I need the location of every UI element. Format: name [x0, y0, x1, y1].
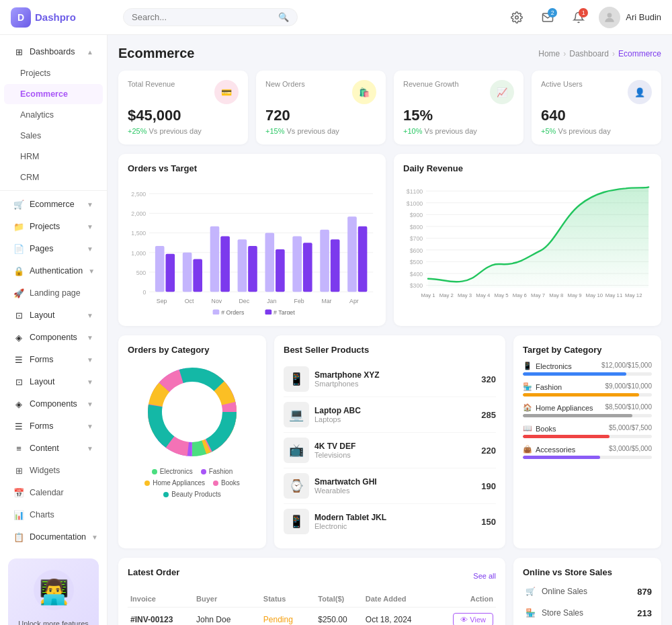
svg-text:500: 500 — [136, 269, 146, 276]
sidebar-layout2-group[interactable]: ⊡ Layout ▼ — [4, 371, 103, 392]
search-bar[interactable]: 🔍 — [123, 8, 298, 26]
svg-text:Sep: Sep — [157, 298, 167, 304]
sidebar-content-group[interactable]: ≡ Content ▼ — [4, 438, 103, 459]
sidebar-item-landing[interactable]: 🚀 Landing page — [4, 282, 103, 304]
col-buyer: Buyer — [194, 591, 261, 608]
svg-rect-21 — [220, 236, 230, 292]
orders-table-card: Latest Order See all Invoice Buyer Statu… — [118, 558, 505, 625]
settings-button[interactable] — [506, 7, 528, 28]
sidebar-components2-group[interactable]: ◈ Components ▼ — [4, 393, 103, 415]
view-button-0[interactable]: 👁 View — [453, 613, 493, 625]
product-img-4: 📱 — [284, 509, 309, 534]
product-info-3: Smartwatch GHI Wearables — [314, 477, 476, 495]
mail-button[interactable]: 2 — [537, 7, 558, 28]
col-invoice: Invoice — [128, 591, 194, 608]
promo-image: 👨‍💻 — [30, 567, 77, 614]
widgets-icon: ⊞ — [13, 465, 24, 476]
product-row-2: 📺 4K TV DEF Televisions 220 — [284, 433, 496, 468]
sidebar-forms2-group[interactable]: ☰ Forms ▼ — [4, 415, 103, 437]
product-info-0: Smartphone XYZ Smartphones — [314, 370, 476, 388]
line-chart-svg: $1100 $1000 $900 $800 $700 $600 $500 $40… — [403, 180, 652, 315]
sidebar-projects-group[interactable]: 📁 Projects ▼ — [4, 216, 103, 237]
sidebar-dashboards-group[interactable]: ⊞ Dashboards ▲ — [4, 41, 103, 62]
svg-text:Mar: Mar — [321, 298, 331, 304]
product-count-1: 285 — [481, 410, 496, 420]
product-info-4: Modern Tablet JKL Electronic — [314, 513, 476, 530]
orders-chart-title: Orders vs Target — [128, 163, 376, 173]
svg-text:May 11: May 11 — [605, 292, 622, 298]
mail-badge: 2 — [548, 8, 557, 17]
sidebar-item-ecommerce[interactable]: Ecommerce — [4, 84, 103, 104]
svg-text:$300: $300 — [410, 282, 423, 289]
sidebar-forms-group[interactable]: ☰ Forms ▼ — [4, 349, 103, 370]
breadcrumb-current: Ecommerce — [618, 49, 661, 58]
sidebar-widgets-label: Widgets — [30, 466, 93, 475]
stats-grid: Total Revenue 💳 $45,000 +25% Vs previous… — [118, 71, 661, 144]
ecommerce-group-icon: 🛒 — [13, 199, 24, 210]
target-row-4: 👜 Accessories $3,000/$5,000 — [523, 445, 652, 459]
search-input[interactable] — [132, 12, 274, 22]
user-profile[interactable]: Ari Budin — [599, 7, 661, 28]
svg-text:0: 0 — [142, 289, 146, 296]
svg-text:$1000: $1000 — [407, 200, 423, 207]
sidebar-layout-group[interactable]: ⊡ Layout ▼ — [4, 304, 103, 326]
sidebar-documentation-group[interactable]: 📋 Documentation ▼ — [4, 526, 103, 548]
see-all-button[interactable]: See all — [473, 572, 496, 580]
daily-revenue-chart: Daily Revenue $1100 $1000 $900 $800 $700… — [394, 154, 661, 326]
sidebar-item-widgets[interactable]: ⊞ Widgets — [4, 460, 103, 481]
sidebar-components-group[interactable]: ◈ Components ▼ — [4, 327, 103, 348]
product-name-4: Modern Tablet JKL — [314, 513, 476, 522]
online-sales-count: 879 — [637, 587, 652, 597]
bell-button[interactable]: 1 — [568, 7, 589, 28]
product-img-1: 💻 — [284, 402, 309, 427]
sidebar-item-charts[interactable]: 📊 Charts — [4, 504, 103, 526]
charts-row: Orders vs Target 2,500 2,000 1,500 1,000… — [118, 154, 661, 326]
sidebar-sales-label: Sales — [20, 131, 93, 140]
col-action: Action — [433, 591, 496, 608]
target-category-card: Target by Category 📱 Electronics $12,000… — [513, 335, 661, 548]
stat-orders-value: 720 — [265, 107, 376, 124]
store-sales-count: 213 — [637, 608, 652, 618]
sidebar-authentication-group[interactable]: 🔒 Authentication ▼ — [4, 260, 103, 282]
sidebar-item-crm[interactable]: CRM — [4, 167, 103, 188]
sidebar-calendar-label: Calendar — [30, 488, 93, 497]
sidebar-item-analytics[interactable]: Analytics — [4, 105, 103, 125]
components2-icon: ◈ — [13, 399, 24, 409]
sidebar-item-projects[interactable]: Projects — [4, 63, 103, 83]
online-sales-row: 🛒 Online Sales 879 — [523, 584, 652, 599]
stat-orders-title: New Orders — [265, 80, 305, 88]
product-name-3: Smartwatch GHI — [314, 477, 476, 487]
calendar-icon: 📅 — [13, 487, 24, 498]
stat-growth-icon-wrap: 📈 — [490, 80, 514, 104]
svg-text:# Target: # Target — [274, 309, 295, 315]
svg-rect-25 — [276, 249, 285, 292]
stat-orders-change: +15% Vs previous day — [265, 127, 376, 135]
donut-chart-title: Orders by Category — [128, 345, 257, 355]
sidebar-item-calendar[interactable]: 📅 Calendar — [4, 482, 103, 503]
promo-card: 👨‍💻 Unlock more features and premium con… — [8, 558, 99, 625]
breadcrumb: Home › Dashboard › Ecommerce — [538, 49, 661, 58]
sidebar-pages-group[interactable]: 📄 Pages ▼ — [4, 238, 103, 259]
stat-revenue-value: $45,000 — [128, 107, 239, 124]
sidebar-item-hrm[interactable]: HRM — [4, 147, 103, 167]
sidebar: ⊞ Dashboards ▲ Projects Ecommerce Analyt… — [0, 35, 108, 625]
orders-target-chart: Orders vs Target 2,500 2,000 1,500 1,000… — [118, 154, 386, 326]
dashboard-icon: ⊞ — [13, 46, 24, 57]
sidebar-ecommerce-group[interactable]: 🛒 Ecommerce ▼ — [4, 194, 103, 215]
sidebar-components2-label: Components — [30, 399, 81, 409]
bestseller-card: Best Seller Products 📱 Smartphone XYZ Sm… — [274, 335, 505, 548]
svg-point-0 — [515, 15, 519, 19]
target-category-title: Target by Category — [523, 345, 652, 355]
product-cat-4: Electronic — [314, 522, 476, 530]
svg-text:2,500: 2,500 — [131, 191, 146, 198]
sidebar-item-sales[interactable]: Sales — [4, 126, 103, 146]
svg-text:May 8: May 8 — [549, 292, 563, 298]
eye-icon: 👁 — [460, 616, 468, 624]
svg-text:May 2: May 2 — [439, 292, 454, 298]
search-icon: 🔍 — [278, 12, 289, 22]
svg-rect-24 — [265, 233, 274, 292]
stat-users-title: Active Users — [541, 80, 583, 88]
product-cat-2: Televisions — [314, 451, 476, 459]
right-panel: Online vs Store Sales 🛒 Online Sales 879… — [513, 558, 661, 625]
col-date: Date Added — [363, 591, 433, 608]
